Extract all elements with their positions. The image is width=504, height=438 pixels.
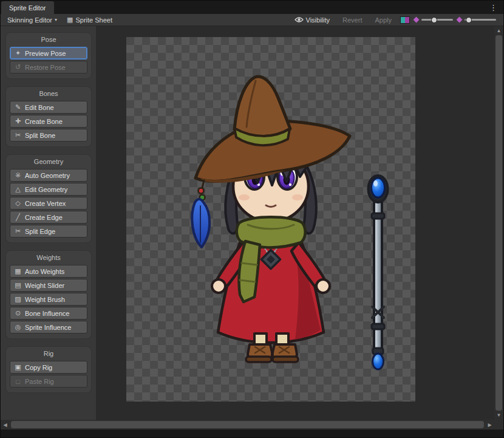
- create-edge-button[interactable]: ╱ Create Edge: [10, 211, 87, 224]
- scroll-left-icon[interactable]: ◀: [1, 422, 10, 428]
- sprite-influence-icon: ◎: [14, 323, 22, 331]
- rig-paste-icon: □: [14, 378, 22, 385]
- main-area: Pose ✦ Preview Pose ↺ Restore Pose Bones…: [1, 26, 503, 420]
- button-label: Weight Brush: [25, 296, 65, 303]
- weights-auto-icon: ▦: [14, 267, 22, 275]
- rig-group: Rig ▣ Copy Rig □ Paste Rig: [5, 346, 92, 393]
- button-label: Create Bone: [25, 118, 63, 125]
- chevron-down-icon: ▾: [55, 17, 57, 22]
- scroll-right-icon[interactable]: ▶: [485, 422, 494, 428]
- group-title: Rig: [6, 347, 91, 360]
- edit-geometry-button[interactable]: △ Edit Geometry: [10, 183, 87, 196]
- scrollbar-corner: [494, 420, 503, 429]
- button-label: Bone Influence: [25, 310, 69, 317]
- sprite-canvas[interactable]: [96, 26, 494, 420]
- weight-slider-button[interactable]: ▤ Weight Slider: [10, 279, 87, 292]
- weight-brush-button[interactable]: ▨ Weight Brush: [10, 293, 87, 306]
- bone-edit-icon: ✎: [14, 103, 22, 111]
- group-title: Weights: [6, 251, 91, 264]
- geometry-auto-icon: ※: [14, 171, 22, 179]
- mode-dropdown-label: Skinning Editor: [7, 16, 52, 24]
- group-title: Pose: [6, 33, 91, 46]
- button-label: Edit Bone: [25, 104, 54, 111]
- sprite-sheet-button[interactable]: ▦ Sprite Sheet: [63, 14, 117, 26]
- mode-dropdown[interactable]: Skinning Editor ▾: [3, 14, 61, 26]
- vertical-scrollbar[interactable]: ▲ ▼: [494, 26, 503, 420]
- bones-group: Bones ✎ Edit Bone ✚ Create Bone ✂ Split …: [5, 86, 92, 147]
- sprite-preview-swatch[interactable]: [400, 16, 410, 24]
- preview-pose-button[interactable]: ✦ Preview Pose: [10, 47, 87, 60]
- sprite-sheet-label: Sprite Sheet: [75, 16, 112, 24]
- sprite-opacity-icon: [414, 17, 420, 23]
- button-label: Split Bone: [25, 132, 55, 139]
- create-bone-button[interactable]: ✚ Create Bone: [10, 115, 87, 128]
- visibility-button[interactable]: Visibility: [290, 14, 335, 26]
- character-sprite: [126, 37, 415, 402]
- swatch-teal: [401, 17, 405, 23]
- tab-bar: Sprite Editor ⋮: [1, 1, 503, 14]
- slider-knob[interactable]: [466, 17, 472, 23]
- bone-influence-button[interactable]: ⊙ Bone Influence: [10, 307, 87, 320]
- tab-label: Sprite Editor: [9, 4, 46, 12]
- button-label: Edit Geometry: [25, 186, 67, 193]
- slider-track[interactable]: [465, 19, 496, 21]
- scroll-up-icon[interactable]: ▲: [497, 28, 502, 33]
- sprite-opacity-slider[interactable]: [414, 18, 453, 22]
- auto-geometry-button[interactable]: ※ Auto Geometry: [10, 169, 87, 182]
- paste-rig-button[interactable]: □ Paste Rig: [10, 375, 87, 388]
- create-vertex-button[interactable]: ◇ Create Vertex: [10, 197, 87, 210]
- button-label: Create Edge: [25, 214, 63, 221]
- sprite-influence-button[interactable]: ◎ Sprite Influence: [10, 321, 87, 334]
- button-label: Preview Pose: [25, 50, 66, 57]
- button-label: Weight Slider: [25, 282, 64, 289]
- weight-slider-icon: ▤: [14, 281, 22, 289]
- revert-button[interactable]: Revert: [338, 14, 366, 26]
- apply-button[interactable]: Apply: [370, 14, 396, 26]
- staff-sprite: [369, 176, 388, 369]
- horizontal-scrollbar-thumb[interactable]: [11, 421, 484, 428]
- button-label: Split Edge: [25, 228, 55, 235]
- button-label: Restore Pose: [25, 64, 66, 71]
- toolbar: Skinning Editor ▾ ▦ Sprite Sheet Visibil…: [1, 14, 503, 26]
- vertical-scrollbar-thumb[interactable]: [495, 35, 502, 411]
- skinning-tool-panel: Pose ✦ Preview Pose ↺ Restore Pose Bones…: [1, 26, 96, 420]
- swatch-magenta: [405, 17, 409, 23]
- witch-character: [192, 77, 350, 362]
- button-label: Paste Rig: [25, 378, 54, 385]
- geometry-group: Geometry ※ Auto Geometry △ Edit Geometry…: [5, 154, 92, 243]
- weights-group: Weights ▦ Auto Weights ▤ Weight Slider ▨…: [5, 250, 92, 339]
- eye-icon: [295, 16, 304, 23]
- group-title: Geometry: [6, 155, 91, 168]
- geometry-edit-icon: △: [14, 185, 22, 193]
- button-label: Auto Weights: [25, 268, 64, 275]
- scroll-down-icon[interactable]: ▼: [497, 412, 502, 418]
- split-bone-button[interactable]: ✂ Split Bone: [10, 129, 87, 142]
- toolbar-right: Visibility Revert Apply: [290, 14, 501, 26]
- restore-pose-button[interactable]: ↺ Restore Pose: [10, 61, 87, 74]
- vertex-create-icon: ◇: [14, 199, 22, 207]
- bone-create-icon: ✚: [14, 117, 22, 125]
- copy-rig-button[interactable]: ▣ Copy Rig: [10, 361, 87, 374]
- horizontal-scrollbar-track[interactable]: [10, 420, 485, 429]
- window-menu-icon[interactable]: ⋮: [483, 3, 503, 12]
- sprite-editor-window: Sprite Editor ⋮ Skinning Editor ▾ ▦ Spri…: [0, 0, 504, 438]
- weights-opacity-icon: [457, 17, 463, 23]
- pose-restore-icon: ↺: [14, 63, 22, 71]
- visibility-label: Visibility: [306, 16, 330, 24]
- slider-knob[interactable]: [431, 17, 437, 23]
- pose-preview-icon: ✦: [14, 49, 22, 57]
- slider-track[interactable]: [421, 19, 453, 21]
- split-edge-button[interactable]: ✂ Split Edge: [10, 225, 87, 238]
- auto-weights-button[interactable]: ▦ Auto Weights: [10, 265, 87, 278]
- transparency-checkerboard: [126, 37, 415, 402]
- edit-bone-button[interactable]: ✎ Edit Bone: [10, 101, 87, 114]
- tab-sprite-editor[interactable]: Sprite Editor: [1, 1, 54, 14]
- rig-copy-icon: ▣: [14, 363, 22, 371]
- button-label: Copy Rig: [25, 364, 52, 371]
- horizontal-scrollbar[interactable]: ◀ ▶: [1, 420, 503, 429]
- weights-opacity-slider[interactable]: [457, 18, 496, 22]
- weight-brush-icon: ▨: [14, 295, 22, 303]
- edge-split-icon: ✂: [14, 227, 22, 235]
- bone-influence-icon: ⊙: [14, 309, 22, 317]
- edge-create-icon: ╱: [14, 213, 22, 221]
